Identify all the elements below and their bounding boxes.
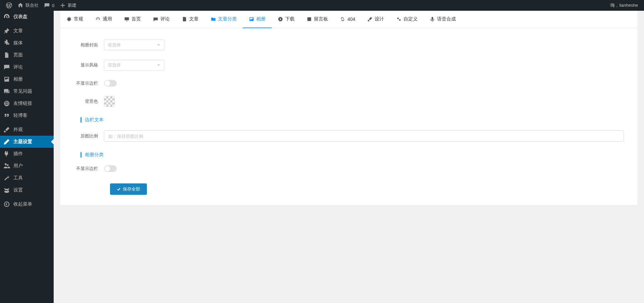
save-button-label: 保存全部 <box>123 186 140 192</box>
tab-general[interactable]: 常规 <box>60 11 89 28</box>
adminbar-comments[interactable]: 0 <box>41 0 57 11</box>
admin-sidebar: 仪表盘 文章 媒体 页面 评论 相册 常见问题 友情链接 轻博客 外观 主题设置 <box>0 11 54 303</box>
select-placeholder: 请选择 <box>108 42 121 48</box>
tab-label: 文章 <box>189 16 199 22</box>
tab-customize[interactable]: 自定义 <box>390 11 424 28</box>
adminbar-site-label: 联合社 <box>25 2 39 8</box>
sidebar-item-settings[interactable]: 设置 <box>0 184 54 196</box>
tab-gallery[interactable]: 相册 <box>243 11 272 28</box>
comment-icon <box>44 2 50 8</box>
plus-icon <box>60 2 66 8</box>
brush-icon <box>3 126 10 133</box>
paint-icon <box>367 16 373 22</box>
section-gallery-category: 相册分类 <box>60 146 637 161</box>
sidebar-item-links[interactable]: 友情链接 <box>0 97 54 110</box>
wordpress-icon <box>6 2 12 8</box>
chevron-down-icon <box>157 63 161 67</box>
folder-icon <box>211 16 216 22</box>
sidebar-item-faq[interactable]: 常见问题 <box>0 85 54 97</box>
tab-label: 相册 <box>256 16 266 22</box>
sidebar-item-pages[interactable]: 页面 <box>0 49 54 61</box>
tab-404[interactable]: 404 <box>334 11 361 28</box>
pin-icon <box>3 28 10 34</box>
gallery-icon <box>3 76 10 83</box>
home-icon <box>17 2 23 8</box>
label-cover: 相册封面 <box>74 42 104 48</box>
sidebar-item-tools[interactable]: 工具 <box>0 172 54 184</box>
tab-home[interactable]: 首页 <box>118 11 147 28</box>
gauge-icon <box>95 16 101 22</box>
pages-icon <box>3 52 10 58</box>
section-sidebar-text: 边栏文本 <box>60 112 637 126</box>
sidebar-item-media[interactable]: 媒体 <box>0 37 54 49</box>
collapse-icon <box>3 201 10 208</box>
save-button[interactable]: 保存全部 <box>110 183 147 195</box>
svg-point-0 <box>4 202 9 207</box>
tab-posts[interactable]: 文章 <box>176 11 205 28</box>
image-icon <box>249 16 254 22</box>
input-ratio[interactable] <box>104 130 624 142</box>
adminbar-site-name[interactable]: 联合社 <box>15 0 41 11</box>
tab-label: 下载 <box>285 16 294 22</box>
form-body: 相册封面 请选择 显示风格 请选择 不显示边栏 <box>60 28 637 205</box>
sidebar-item-label: 常见问题 <box>13 88 32 94</box>
admin-bar: 联合社 0 新建 嗨，lianheshe <box>0 0 644 11</box>
section-title: 边栏文本 <box>85 117 104 123</box>
tab-download[interactable]: 下载 <box>272 11 301 28</box>
switch-hide-sidebar[interactable] <box>104 80 117 87</box>
download-icon <box>278 16 283 22</box>
section-bar <box>80 117 82 123</box>
comments-icon <box>3 64 10 71</box>
section-bar <box>80 152 82 158</box>
cogs-icon <box>396 16 401 22</box>
adminbar-greeting: 嗨，lianheshe <box>610 2 638 8</box>
sidebar-item-label: 相册 <box>13 76 23 82</box>
faq-icon <box>3 88 10 95</box>
sidebar-item-label: 收起菜单 <box>13 201 32 207</box>
label-style: 显示风格 <box>74 62 104 68</box>
sidebar-item-plugins[interactable]: 插件 <box>0 148 54 160</box>
sidebar-item-label: 媒体 <box>13 40 23 46</box>
quote-icon <box>3 112 10 119</box>
tab-comments[interactable]: 评论 <box>147 11 176 28</box>
sidebar-item-microblog[interactable]: 轻博客 <box>0 110 54 122</box>
tab-label: 自定义 <box>404 16 418 22</box>
mic-icon <box>430 16 435 22</box>
tab-label: 设计 <box>375 16 384 22</box>
sidebar-item-collapse[interactable]: 收起菜单 <box>0 198 54 210</box>
sidebar-item-gallery[interactable]: 相册 <box>0 73 54 85</box>
edit-icon <box>307 16 312 22</box>
sidebar-item-label: 仪表盘 <box>13 14 28 20</box>
adminbar-new[interactable]: 新建 <box>57 0 79 11</box>
check-icon <box>117 187 121 191</box>
adminbar-user[interactable]: 嗨，lianheshe <box>608 0 641 11</box>
sidebar-item-theme-settings[interactable]: 主题设置 <box>0 136 54 148</box>
sidebar-item-label: 主题设置 <box>13 139 32 145</box>
wp-logo[interactable] <box>3 0 15 11</box>
adminbar-new-label: 新建 <box>68 2 76 8</box>
sidebar-item-label: 评论 <box>13 64 23 70</box>
switch-hide-sidebar-2[interactable] <box>104 165 117 172</box>
sidebar-item-posts[interactable]: 文章 <box>0 25 54 37</box>
tab-common[interactable]: 通用 <box>89 11 118 28</box>
tab-tts[interactable]: 语音合成 <box>424 11 462 28</box>
pencil-icon <box>3 138 10 145</box>
tab-guestbook[interactable]: 留言板 <box>301 11 334 28</box>
sidebar-item-appearance[interactable]: 外观 <box>0 124 54 136</box>
tab-label: 评论 <box>160 16 170 22</box>
dashboard-icon <box>3 13 10 20</box>
sidebar-item-comments[interactable]: 评论 <box>0 61 54 73</box>
tab-label: 404 <box>347 16 355 22</box>
color-swatch-bg[interactable] <box>104 96 115 107</box>
tab-design[interactable]: 设计 <box>361 11 390 28</box>
label-bgcolor: 背景色 <box>74 98 104 104</box>
tab-categories[interactable]: 文章分类 <box>205 11 243 28</box>
chevron-down-icon <box>157 43 161 47</box>
select-style[interactable]: 请选择 <box>104 60 164 71</box>
adminbar-comments-count: 0 <box>52 3 54 8</box>
sidebar-item-dashboard[interactable]: 仪表盘 <box>0 11 54 23</box>
select-cover[interactable]: 请选择 <box>104 40 164 50</box>
link-icon <box>340 16 345 22</box>
sidebar-item-users[interactable]: 用户 <box>0 160 54 172</box>
tab-label: 通用 <box>103 16 112 22</box>
